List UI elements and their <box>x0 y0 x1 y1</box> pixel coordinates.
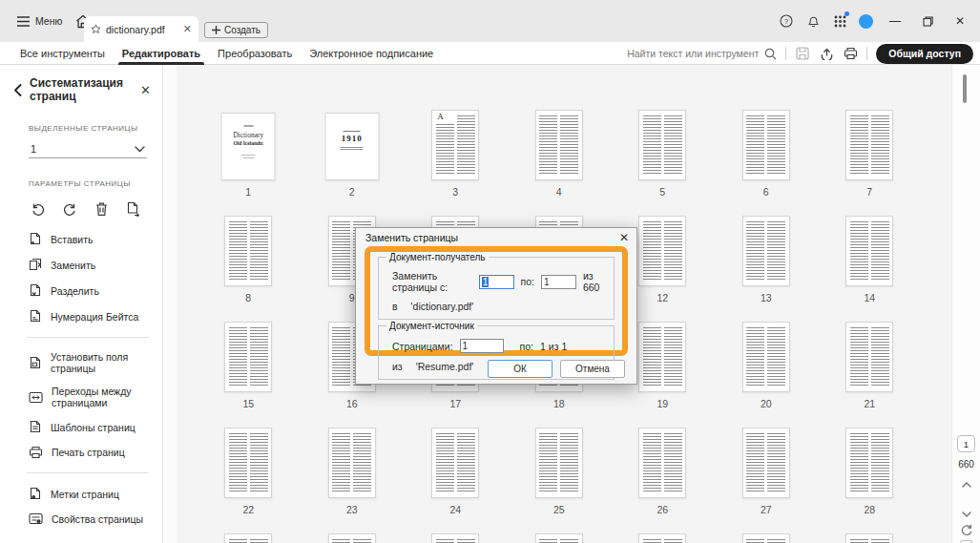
page-thumbnail[interactable] <box>224 533 272 543</box>
page-number-label: 24 <box>404 504 508 515</box>
previous-page-chevron-icon[interactable] <box>952 482 980 488</box>
page-thumbnail[interactable] <box>328 428 376 498</box>
page-thumbnail[interactable] <box>742 322 790 392</box>
sidebar-item-replace[interactable]: Заменить <box>0 252 162 278</box>
page-thumbnail[interactable] <box>224 322 272 392</box>
tab-close-icon[interactable]: ✕ <box>183 24 192 34</box>
source-from-input[interactable]: 1 <box>460 339 504 353</box>
page-thumbnail[interactable] <box>328 533 376 543</box>
create-button[interactable]: Создать <box>204 22 268 38</box>
extract-page-button[interactable] <box>121 198 144 220</box>
sidebar-item-page-transitions[interactable]: Переходы между страницами <box>0 380 162 414</box>
page-thumbnail[interactable] <box>535 110 583 180</box>
scrollbar-thumb[interactable] <box>963 74 967 103</box>
window-close-button[interactable]: ✕ <box>949 14 970 28</box>
to-label: по: <box>521 276 534 287</box>
page-thumbnail[interactable] <box>845 110 893 180</box>
sidebar-item-bates-numbering[interactable]: Нумерация Бейтса <box>0 303 162 329</box>
rotate-view-button[interactable] <box>960 523 973 536</box>
page-number-label: 23 <box>301 504 405 515</box>
page-thumbnail[interactable]: 1910 <box>324 113 379 180</box>
page-thumbnail[interactable] <box>535 533 583 543</box>
sidebar-item-page-labels[interactable]: Метки страниц <box>0 481 162 507</box>
page-templates-icon <box>29 420 42 434</box>
page-thumbnail[interactable] <box>742 110 790 180</box>
of-total-label: из 660 <box>583 270 606 293</box>
replace-icon <box>29 258 42 272</box>
selected-pages-value: 1 <box>31 143 36 155</box>
delete-page-button[interactable] <box>90 198 113 220</box>
star-icon[interactable] <box>91 24 101 34</box>
tab-esign[interactable]: Электронное подписание <box>309 42 433 65</box>
sidebar-item-page-templates[interactable]: Шаблоны страниц <box>0 414 162 440</box>
sidebar-item-split[interactable]: Разделить <box>0 278 162 303</box>
user-avatar[interactable] <box>859 14 873 29</box>
rotate-right-button[interactable] <box>58 198 81 220</box>
dialog-close-icon[interactable]: ✕ <box>619 231 629 244</box>
rotate-left-button[interactable] <box>27 198 50 220</box>
tab-edit[interactable]: Редактировать <box>122 42 200 65</box>
page-number-label: 14 <box>818 292 922 303</box>
save-button[interactable] <box>795 46 810 61</box>
page-thumbnail[interactable] <box>638 322 686 392</box>
page-thumbnail[interactable] <box>845 428 893 498</box>
search-input[interactable]: Найти текст или инструмент <box>627 48 777 60</box>
current-page-value: 1 <box>964 439 969 449</box>
page-thumbnail[interactable] <box>638 216 686 286</box>
page-thumbnail-cell <box>818 529 922 543</box>
bates-numbering-icon <box>29 309 42 324</box>
page-number-label: 6 <box>715 186 819 198</box>
page-thumbnail[interactable]: A <box>431 110 479 180</box>
menu-button[interactable]: Меню <box>17 15 62 27</box>
help-button[interactable]: ? <box>779 13 794 29</box>
page-thumbnail[interactable] <box>638 533 686 543</box>
page-thumbnail-cell: 21 <box>818 317 922 423</box>
window-maximize-button[interactable] <box>917 16 938 27</box>
page-thumbnail[interactable] <box>845 216 893 286</box>
page-thumbnail[interactable] <box>638 110 686 180</box>
page-thumbnail[interactable] <box>535 428 583 498</box>
page-thumbnail[interactable] <box>638 428 686 498</box>
tab-convert[interactable]: Преобразовать <box>218 42 292 65</box>
current-page-input[interactable]: 1 <box>957 435 975 452</box>
sidebar-item-label: Свойства страницы <box>52 513 143 525</box>
share-button[interactable]: Общий доступ <box>876 44 973 64</box>
share-upload-icon[interactable] <box>819 46 834 61</box>
notifications-bell-icon[interactable] <box>805 13 821 29</box>
sidebar-item-page-properties[interactable]: Свойства страницы <box>0 507 162 531</box>
page-thumbnail[interactable] <box>224 428 272 498</box>
page-thumbnail-cell <box>197 529 301 543</box>
sidebar-item-insert[interactable]: Вставить <box>0 226 162 252</box>
page-thumbnail[interactable] <box>224 216 272 286</box>
ok-button[interactable]: ОК <box>488 360 553 378</box>
source-pages-label: Страницами: <box>392 341 453 352</box>
print-button[interactable] <box>843 46 858 61</box>
page-thumbnail[interactable] <box>742 428 790 498</box>
replace-from-input[interactable]: 1 <box>479 275 514 289</box>
page-thumbnail-cell: DictionaryOld Icelandic1 <box>197 105 301 211</box>
page-thumbnail[interactable] <box>845 322 893 392</box>
page-thumbnail[interactable]: DictionaryOld Icelandic <box>221 113 276 180</box>
page-thumbnail[interactable] <box>845 533 893 543</box>
selected-pages-dropdown[interactable]: 1 <box>29 140 147 158</box>
page-number-label: 15 <box>197 398 301 409</box>
next-page-chevron-icon[interactable] <box>952 512 980 517</box>
replace-to-value: 1 <box>544 277 550 287</box>
sidebar-item-set-page-boxes[interactable]: Установить поля страницы <box>0 345 162 380</box>
tab-all-tools[interactable]: Все инструменты <box>20 42 105 65</box>
page-thumbnail[interactable] <box>742 216 790 286</box>
panel-close-icon[interactable]: ✕ <box>140 83 151 97</box>
cancel-button[interactable]: Отмена <box>560 360 625 378</box>
document-tab[interactable]: dictionary.pdf ✕ <box>84 16 198 42</box>
sidebar-item-label: Разделить <box>51 285 99 297</box>
page-thumbnail[interactable] <box>431 533 479 543</box>
sidebar-item-print-pages[interactable]: Печать страниц <box>0 440 162 465</box>
divider <box>27 472 149 473</box>
back-chevron-icon[interactable] <box>13 84 22 96</box>
apps-grid-icon[interactable] <box>832 13 847 29</box>
window-minimize-button[interactable]: — <box>885 14 906 28</box>
page-number-label: 22 <box>197 504 301 515</box>
replace-to-input[interactable]: 1 <box>541 275 576 289</box>
page-thumbnail[interactable] <box>742 533 790 543</box>
page-thumbnail[interactable] <box>431 428 479 498</box>
